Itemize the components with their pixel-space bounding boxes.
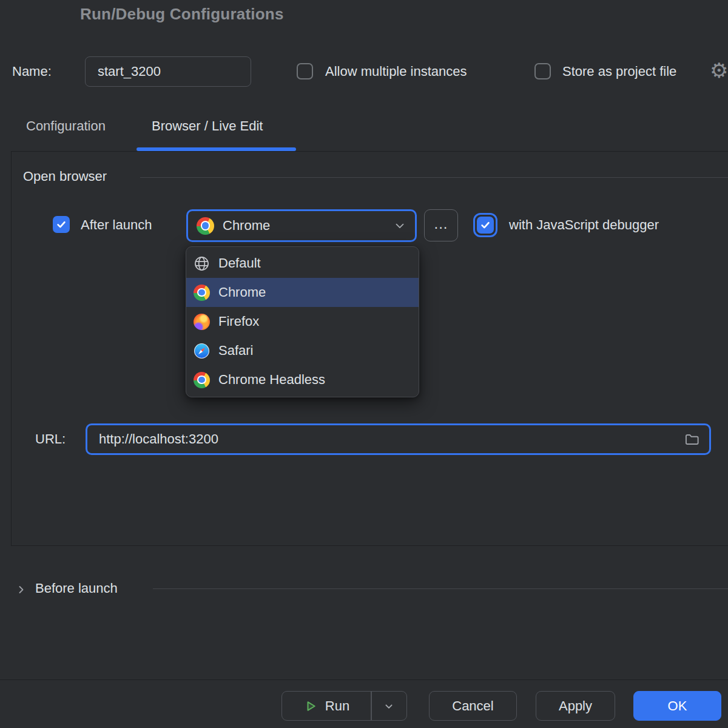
- open-browser-section-title: Open browser: [23, 169, 107, 184]
- check-icon: [55, 218, 67, 231]
- apply-button[interactable]: Apply: [536, 691, 615, 721]
- menu-item-firefox[interactable]: Firefox: [186, 307, 419, 336]
- chevron-right-icon[interactable]: [15, 584, 27, 596]
- after-launch-checkbox[interactable]: [53, 216, 70, 233]
- url-input-wrapper: [86, 423, 711, 455]
- js-debugger-focus-ring: [473, 213, 497, 237]
- gear-icon[interactable]: ⚙: [710, 60, 728, 81]
- dialog-title: Run/Debug Configurations: [80, 5, 284, 24]
- cancel-button[interactable]: Cancel: [429, 691, 517, 721]
- with-js-debugger-checkbox[interactable]: [477, 217, 494, 234]
- chrome-icon: [197, 217, 214, 235]
- menu-item-default[interactable]: Default: [186, 249, 419, 278]
- with-js-debugger-label: with JavaScript debugger: [509, 217, 659, 234]
- firefox-icon: [194, 314, 210, 330]
- allow-multiple-instances-label: Allow multiple instances: [325, 63, 467, 80]
- run-options-dropdown-button[interactable]: [372, 692, 407, 720]
- chevron-down-icon: [393, 219, 406, 232]
- menu-item-label: Safari: [218, 343, 253, 359]
- menu-item-safari[interactable]: Safari: [186, 336, 419, 365]
- before-launch-label[interactable]: Before launch: [35, 581, 118, 596]
- run-button-label: Run: [325, 698, 349, 714]
- ok-button[interactable]: OK: [633, 691, 721, 721]
- store-as-project-file-checkbox[interactable]: [534, 63, 551, 79]
- allow-multiple-instances-checkbox[interactable]: [297, 63, 313, 79]
- browser-dropdown-menu: Default Chrome Firefox Safari Chrome Hea…: [186, 246, 419, 397]
- url-label: URL:: [35, 431, 66, 447]
- name-input[interactable]: [85, 56, 251, 87]
- tab-configuration[interactable]: Configuration: [26, 118, 106, 134]
- name-label: Name:: [12, 64, 52, 79]
- url-input[interactable]: [87, 431, 684, 447]
- browser-live-edit-panel: Open browser After launch Chrome ... wit…: [11, 151, 728, 546]
- store-as-project-file-label: Store as project file: [562, 63, 676, 80]
- run-split-button: Run: [281, 691, 407, 721]
- chrome-icon: [194, 372, 210, 388]
- globe-icon: [194, 255, 210, 272]
- footer-button-bar: Run Cancel Apply OK: [0, 679, 728, 728]
- chrome-icon: [194, 285, 210, 301]
- before-launch-divider: [153, 588, 728, 589]
- tab-browser-live-edit[interactable]: Browser / Live Edit: [152, 118, 263, 134]
- chevron-down-icon: [383, 700, 395, 712]
- browser-select[interactable]: Chrome: [186, 209, 417, 242]
- play-icon: [303, 699, 318, 713]
- run-button[interactable]: Run: [282, 692, 371, 720]
- menu-item-chrome-headless[interactable]: Chrome Headless: [186, 365, 419, 394]
- menu-item-label: Firefox: [218, 314, 259, 329]
- menu-item-label: Chrome: [218, 285, 266, 300]
- menu-item-label: Default: [218, 255, 261, 271]
- browse-more-button[interactable]: ...: [424, 209, 458, 241]
- check-icon: [479, 219, 491, 231]
- menu-item-label: Chrome Headless: [218, 372, 325, 388]
- safari-icon: [194, 343, 210, 359]
- browser-select-value: Chrome: [223, 218, 270, 234]
- after-launch-label: After launch: [81, 217, 152, 234]
- menu-item-chrome[interactable]: Chrome: [186, 278, 419, 307]
- open-browser-divider: [140, 177, 728, 178]
- folder-icon[interactable]: [684, 431, 700, 448]
